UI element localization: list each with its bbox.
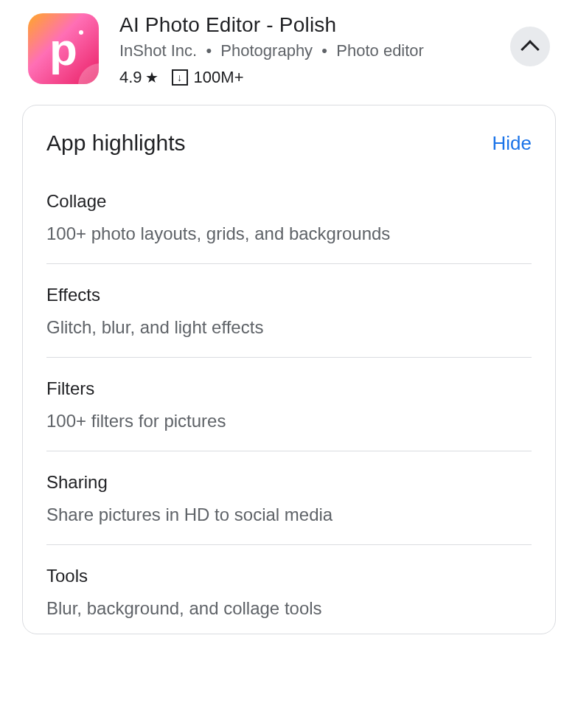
app-header: p AI Photo Editor - Polish InShot Inc. •… — [6, 0, 572, 102]
app-developer[interactable]: InShot Inc. — [119, 41, 197, 60]
highlight-name: Collage — [46, 191, 532, 212]
highlight-desc: Blur, background, and collage tools — [46, 598, 532, 619]
app-stats: 4.9 ★ ↓ 100M+ — [119, 68, 510, 87]
highlight-item: Sharing Share pictures in HD to social m… — [46, 472, 532, 545]
app-category[interactable]: Photography — [220, 41, 313, 60]
app-meta: InShot Inc. • Photography • Photo editor — [119, 41, 510, 60]
star-icon: ★ — [145, 69, 159, 86]
app-icon-fold — [78, 63, 99, 84]
download-icon: ↓ — [172, 69, 188, 86]
app-subcategory[interactable]: Photo editor — [336, 41, 424, 60]
rating-value: 4.9 — [119, 68, 142, 87]
app-rating[interactable]: 4.9 ★ — [119, 68, 159, 87]
downloads-value: 100M+ — [194, 68, 244, 87]
app-downloads: ↓ 100M+ — [172, 68, 244, 87]
highlight-name: Tools — [46, 566, 532, 586]
highlight-item: Effects Glitch, blur, and light effects — [46, 285, 532, 358]
app-icon-letter: p — [49, 23, 77, 75]
highlight-desc: 100+ photo layouts, grids, and backgroun… — [46, 223, 532, 244]
highlight-name: Effects — [46, 285, 532, 305]
meta-separator: • — [201, 41, 220, 60]
highlight-item: Tools Blur, background, and collage tool… — [46, 566, 532, 619]
highlight-desc: Glitch, blur, and light effects — [46, 317, 532, 338]
highlight-item: Collage 100+ photo layouts, grids, and b… — [46, 191, 532, 264]
meta-separator: • — [317, 41, 336, 60]
highlight-desc: Share pictures in HD to social media — [46, 505, 532, 525]
highlight-name: Filters — [46, 378, 532, 399]
highlights-title: App highlights — [46, 131, 185, 156]
chevron-up-icon — [520, 40, 539, 58]
app-info: AI Photo Editor - Polish InShot Inc. • P… — [119, 13, 510, 87]
highlight-desc: 100+ filters for pictures — [46, 411, 532, 431]
hide-button[interactable]: Hide — [492, 132, 532, 155]
highlights-card: App highlights Hide Collage 100+ photo l… — [22, 105, 556, 634]
app-title[interactable]: AI Photo Editor - Polish — [119, 13, 510, 37]
app-icon[interactable]: p — [28, 13, 99, 84]
collapse-button[interactable] — [510, 27, 550, 66]
highlight-item: Filters 100+ filters for pictures — [46, 378, 532, 451]
highlight-name: Sharing — [46, 472, 532, 493]
highlights-header: App highlights Hide — [46, 131, 532, 156]
